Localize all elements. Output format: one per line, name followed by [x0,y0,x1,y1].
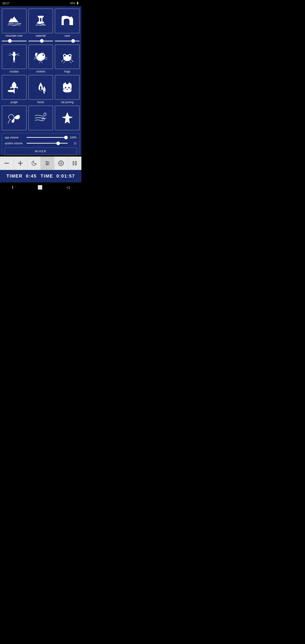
svg-rect-3 [38,17,43,18]
svg-point-30 [65,87,66,88]
moon-button[interactable] [27,156,41,170]
jungle-icon [7,80,21,94]
plus-icon [18,160,23,166]
sound-item-frogs: frogs [55,44,80,73]
svg-point-32 [67,89,68,90]
status-time: 19:17 [2,2,10,5]
time-display: TIME 0:01:57 [40,174,75,179]
svg-rect-8 [66,21,68,25]
minus-button[interactable] [0,156,14,170]
sound-tile-frogs[interactable] [55,44,80,69]
sound-tile-airplane[interactable] [55,106,80,130]
fan-leaf-icon [7,111,21,125]
slider-mountain-river[interactable] [2,38,26,42]
sound-item-forest: forest [28,75,53,104]
sliders-button[interactable] [41,156,54,170]
sound-item-wind [28,106,53,131]
svg-point-31 [68,87,70,88]
sound-tile-mountain-river[interactable] [2,8,26,33]
sound-tile-waterfall[interactable] [28,8,53,33]
pause-icon [72,160,78,166]
sound-label-frogs: frogs [64,70,70,73]
timer-value: 0:45 [26,174,37,178]
sound-tile-wind[interactable] [28,106,53,130]
gear-icon [58,160,64,166]
wind-icon [34,111,48,125]
minus-icon [4,160,10,166]
sound-grid-row4 [2,106,80,131]
svg-rect-4 [39,18,40,22]
svg-point-26 [69,55,71,56]
sound-item-mountain-river: mountain river [2,8,26,43]
svg-rect-48 [75,161,76,165]
sound-item-airplane [55,106,80,131]
svg-line-12 [13,60,14,62]
slider-input-mountain-river[interactable] [2,41,26,41]
app-volume-slider[interactable] [26,137,68,138]
volume-section: app volume 100% system volume 11 MIXER [2,133,80,155]
status-battery: 65% [70,2,75,4]
sound-tile-crickets[interactable]: * [28,44,53,69]
svg-point-28 [8,90,15,92]
svg-point-44 [48,163,48,164]
toolbar [0,156,82,170]
svg-line-14 [9,53,12,54]
sound-grid-row1: mountain river waterfall [2,8,80,43]
svg-rect-11 [13,56,15,60]
svg-rect-5 [41,18,42,22]
plus-button[interactable] [14,156,27,170]
sound-item-fan-leaf [2,106,26,131]
sound-label-mountain-river: mountain river [6,34,22,37]
pause-button[interactable] [68,156,82,170]
sound-item-waterfall: waterfall [28,8,53,43]
slider-input-waterfall[interactable] [28,41,53,41]
sound-tile-cave[interactable] [55,8,80,33]
sound-tile-cat-purring[interactable] [55,75,80,100]
svg-line-17 [16,54,20,55]
system-volume-row: system volume 11 [5,142,77,145]
moon-icon [31,160,37,166]
gear-button[interactable] [54,156,68,170]
system-volume-slider[interactable] [26,143,68,144]
slider-input-cave[interactable] [55,41,80,41]
sound-label-cave: cave [64,34,70,37]
sound-tile-jungle[interactable] [2,75,26,100]
sound-label-forest: forest [37,100,44,104]
svg-rect-37 [4,163,9,164]
sound-item-cave: cave [55,8,80,43]
system-volume-value: 11 [70,142,77,145]
back-button[interactable]: ◁ [66,185,70,190]
sound-tile-cicadas[interactable] [2,44,26,69]
svg-rect-2 [38,16,44,17]
sound-grid-row2: cicadas * [2,44,80,73]
sound-item-crickets: * crickets [28,44,53,73]
sound-tile-fan-leaf[interactable] [2,106,26,130]
cat-purring-icon [60,80,74,94]
svg-point-7 [40,22,44,24]
time-label: TIME [40,174,53,178]
slider-cave[interactable] [55,38,80,42]
time-value: 0:01:57 [56,174,75,178]
svg-point-18 [42,54,44,56]
cave-icon [60,14,74,28]
recent-apps-button[interactable]: ⫿ [12,185,14,190]
frogs-icon [60,50,74,64]
main-content: mountain river waterfall [0,6,82,155]
sliders-icon [44,160,50,166]
svg-line-16 [16,53,19,54]
home-button[interactable]: ⬜ [38,185,42,190]
timer-bar: TIMER 0:45 TIME 0:01:57 [0,170,82,182]
sound-item-cat-purring: cat purring [55,75,80,104]
slider-waterfall[interactable] [28,38,53,42]
nav-bar: ⫿ ⬜ ◁ [0,182,82,192]
crickets-icon: * [34,50,48,64]
svg-point-10 [12,53,16,56]
mixer-button[interactable]: MIXER [5,148,77,155]
svg-rect-39 [20,161,20,166]
sound-grid-row3: jungle forest [2,75,80,104]
svg-rect-47 [73,161,74,165]
sound-tile-forest[interactable] [28,75,53,100]
sound-item-cicadas: cicadas [2,44,26,73]
svg-point-46 [60,162,62,164]
app-volume-row: app volume 100% [5,136,77,139]
